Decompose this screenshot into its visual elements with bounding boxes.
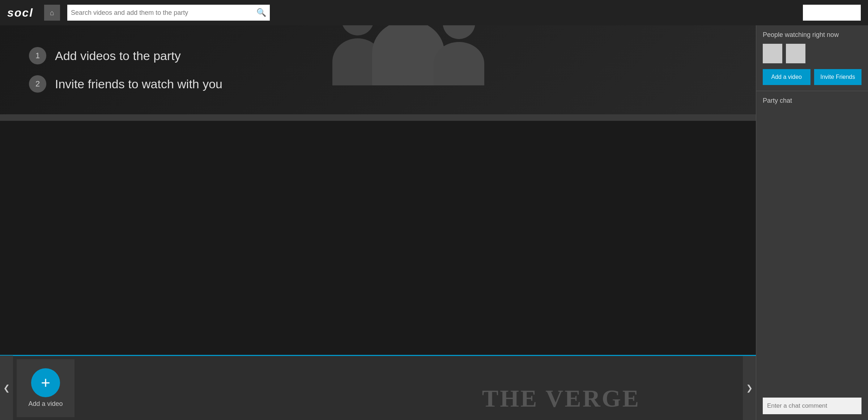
chat-section: Party chat bbox=[756, 91, 868, 420]
add-video-circle-icon: + bbox=[31, 368, 60, 397]
person-left-head bbox=[341, 25, 374, 35]
sidebar-watchers-section: People watching right now Add a video In… bbox=[756, 25, 868, 91]
chat-input[interactable] bbox=[763, 398, 861, 414]
person-right-body bbox=[434, 42, 484, 85]
prev-icon: ❮ bbox=[3, 383, 10, 393]
top-nav: socl ⌂ 🔍 bbox=[0, 0, 868, 25]
instruction-text-1: Add videos to the party bbox=[55, 49, 181, 63]
person-right bbox=[434, 25, 484, 85]
instruction-num-1: 1 bbox=[29, 47, 46, 64]
horizontal-scrollbar[interactable] bbox=[0, 114, 756, 121]
sidebar-buttons: Add a video Invite Friends bbox=[763, 69, 861, 85]
chat-input-area bbox=[763, 398, 861, 414]
playlist-next-button[interactable]: ❯ bbox=[743, 356, 756, 420]
logo: socl bbox=[7, 6, 33, 20]
instruction-item-1: 1 Add videos to the party bbox=[29, 47, 222, 64]
instruction-text-2: Invite friends to watch with you bbox=[55, 77, 222, 91]
next-icon: ❯ bbox=[746, 383, 753, 393]
watcher-avatar-2 bbox=[786, 44, 805, 63]
search-icon: 🔍 bbox=[256, 8, 266, 17]
playlist-prev-button[interactable]: ❮ bbox=[0, 356, 13, 420]
add-video-label: Add a video bbox=[28, 400, 63, 408]
search-input[interactable] bbox=[71, 9, 256, 17]
playlist-area: ❮ + Add a video THE VERGE ❯ bbox=[0, 355, 756, 420]
person-right-head bbox=[443, 25, 475, 39]
chat-messages[interactable] bbox=[763, 108, 861, 394]
home-button[interactable]: ⌂ bbox=[44, 5, 60, 21]
instruction-num-2: 2 bbox=[29, 75, 46, 93]
video-scroll-area bbox=[0, 114, 756, 121]
video-main: 1 Add videos to the party 2 Invite frien… bbox=[0, 25, 756, 114]
people-illustration bbox=[332, 25, 484, 85]
video-area: 1 Add videos to the party 2 Invite frien… bbox=[0, 25, 756, 355]
watchers-row bbox=[763, 44, 861, 63]
watcher-avatar-1 bbox=[763, 44, 782, 63]
instruction-item-2: 2 Invite friends to watch with you bbox=[29, 75, 222, 93]
search-bar: 🔍 bbox=[67, 5, 270, 21]
add-video-tile[interactable]: + Add a video bbox=[17, 359, 75, 417]
home-icon: ⌂ bbox=[50, 9, 54, 17]
instructions: 1 Add videos to the party 2 Invite frien… bbox=[29, 47, 222, 93]
chat-title: Party chat bbox=[763, 97, 861, 105]
user-area bbox=[803, 5, 861, 21]
video-playlist-container: 1 Add videos to the party 2 Invite frien… bbox=[0, 25, 756, 420]
watchers-title: People watching right now bbox=[763, 31, 861, 39]
main-content: 1 Add videos to the party 2 Invite frien… bbox=[0, 25, 868, 420]
sidebar: People watching right now Add a video In… bbox=[756, 25, 868, 420]
sidebar-add-video-button[interactable]: Add a video bbox=[763, 69, 810, 85]
sidebar-invite-button[interactable]: Invite Friends bbox=[814, 69, 862, 85]
verge-watermark: THE VERGE bbox=[482, 384, 640, 413]
